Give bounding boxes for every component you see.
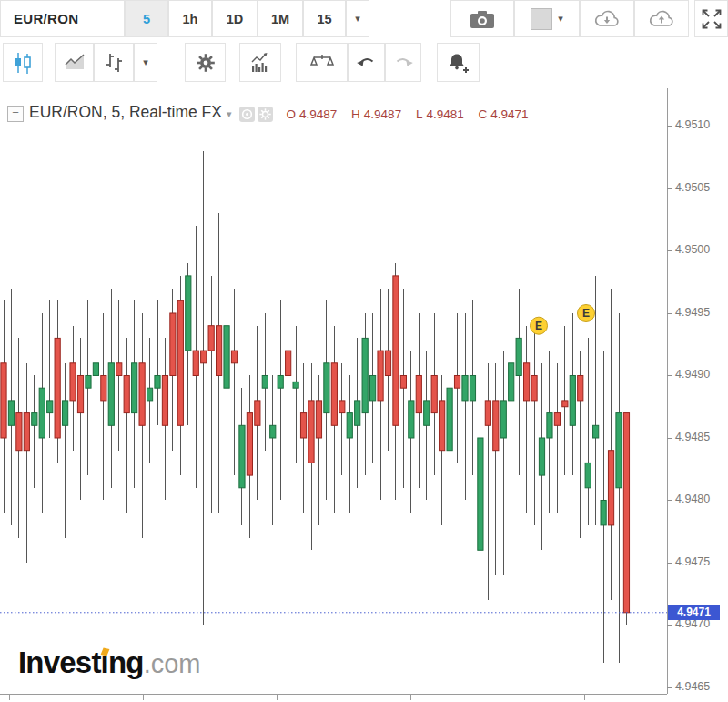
compare-button[interactable] <box>296 43 348 82</box>
price-axis-label: 4.9505 <box>675 181 710 194</box>
price-axis-label: 4.9480 <box>675 493 710 505</box>
chart-type-bars-button[interactable] <box>94 43 134 82</box>
legend-visibility-button[interactable] <box>239 107 255 122</box>
chart-legend: − EUR/RON, 5, Real-time FX ▾ O4.9487 H <box>7 103 540 122</box>
logo-text: Investıng <box>18 646 144 679</box>
last-price-label: 4.9471 <box>668 605 720 620</box>
time-axis-tick <box>584 695 585 700</box>
price-axis-label: 4.9510 <box>675 118 710 131</box>
chart-title: EUR/RON, 5, Real-time FX <box>29 103 222 122</box>
candlestick-canvas[interactable]: EE <box>0 88 728 702</box>
chevron-down-icon: ▾ <box>355 13 360 25</box>
svg-text:E: E <box>582 307 590 320</box>
mini-gear-icon <box>258 107 273 122</box>
price-axis-tick <box>667 313 672 314</box>
redo-arrow-icon <box>392 52 414 74</box>
high-label: H <box>351 107 360 121</box>
redo-button[interactable] <box>385 43 421 82</box>
area-chart-icon <box>63 51 86 75</box>
add-alert-button[interactable] <box>437 43 480 82</box>
chart-type-dropdown-button[interactable]: ▾ <box>134 43 157 82</box>
logo-i-dot: ı <box>101 646 108 679</box>
high-value: 4.9487 <box>364 107 401 121</box>
event-badge[interactable]: E <box>531 317 548 334</box>
candlestick-chart-icon <box>11 51 35 75</box>
interval-button-1d[interactable]: 1D <box>212 0 258 37</box>
indicators-icon <box>248 51 272 75</box>
interval-button-5[interactable]: 5 <box>125 0 168 37</box>
ohlc-bars-icon <box>103 51 126 75</box>
chart-type-candles-button[interactable] <box>3 43 43 82</box>
chart-area[interactable]: EE − EUR/RON, 5, Real-time FX ▾ O4.9 <box>0 88 728 702</box>
price-axis-tick <box>667 375 672 376</box>
chevron-down-icon: ▾ <box>558 13 563 25</box>
open-value: 4.9487 <box>299 107 337 121</box>
svg-text:E: E <box>535 320 542 332</box>
ohlc-readout: O4.9487 H4.9487 L4.9481 C4.9471 <box>287 107 540 121</box>
background-color-button[interactable]: ▾ <box>514 0 580 37</box>
undo-button[interactable] <box>348 43 385 82</box>
bell-plus-icon <box>446 51 470 75</box>
save-layout-button[interactable] <box>634 0 689 37</box>
chevron-down-icon[interactable]: ▾ <box>227 108 232 120</box>
undo-arrow-icon <box>356 52 378 74</box>
price-axis-tick <box>667 687 672 688</box>
time-axis-tick <box>410 695 411 700</box>
time-axis[interactable] <box>0 694 667 695</box>
scales-icon <box>309 52 335 74</box>
chevron-down-icon: ▾ <box>143 56 148 68</box>
price-axis-label: 4.9475 <box>675 555 710 568</box>
investing-logo: Investıng.com <box>18 646 201 680</box>
interval-dropdown-button[interactable]: ▾ <box>346 0 369 37</box>
price-axis-label: 4.9465 <box>675 680 710 693</box>
price-axis-label: 4.9490 <box>675 368 710 381</box>
price-axis-label: 4.9495 <box>675 306 710 319</box>
price-axis-tick <box>667 625 672 626</box>
fullscreen-button[interactable] <box>694 0 728 37</box>
price-axis[interactable] <box>667 88 668 694</box>
price-axis-tick <box>667 438 672 439</box>
collapse-legend-button[interactable]: − <box>7 106 24 122</box>
chart-page: { "icons": { "chevron_down": "▾" }, "top… <box>0 0 728 702</box>
circle-dot-icon <box>239 107 255 122</box>
low-value: 4.9481 <box>426 107 463 121</box>
gear-icon <box>194 51 217 75</box>
price-axis-label: 4.9500 <box>675 243 710 256</box>
price-axis-tick <box>667 188 672 189</box>
close-label: C <box>478 107 487 121</box>
cloud-download-icon <box>592 8 622 30</box>
camera-icon <box>467 8 498 30</box>
price-axis-tick <box>667 563 672 564</box>
close-value: 4.9471 <box>490 107 528 121</box>
cloud-upload-icon <box>647 8 676 30</box>
symbol-button[interactable]: EUR/RON <box>0 0 125 37</box>
open-label: O <box>287 107 297 121</box>
settings-button[interactable] <box>185 43 226 82</box>
event-badge[interactable]: E <box>578 304 595 321</box>
load-layout-button[interactable] <box>580 0 634 37</box>
time-axis-tick <box>277 695 278 700</box>
color-swatch-icon <box>531 8 552 30</box>
indicators-button[interactable] <box>239 43 281 82</box>
logo-suffix: .com <box>144 649 201 678</box>
price-axis-tick <box>667 500 672 501</box>
interval-button-15[interactable]: 15 <box>303 0 346 37</box>
price-axis-tick <box>667 250 672 251</box>
low-label: L <box>416 107 423 121</box>
legend-settings-button[interactable] <box>258 107 273 122</box>
interval-button-1m[interactable]: 1M <box>258 0 303 37</box>
snapshot-button[interactable] <box>450 0 514 37</box>
time-axis-tick <box>9 695 10 700</box>
fullscreen-icon <box>700 7 723 31</box>
price-axis-tick <box>667 126 672 127</box>
interval-button-1h[interactable]: 1h <box>168 0 212 37</box>
time-axis-tick <box>143 695 144 700</box>
price-axis-label: 4.9485 <box>675 431 710 443</box>
chart-type-area-button[interactable] <box>55 43 94 82</box>
symbol-label: EUR/RON <box>14 11 78 26</box>
